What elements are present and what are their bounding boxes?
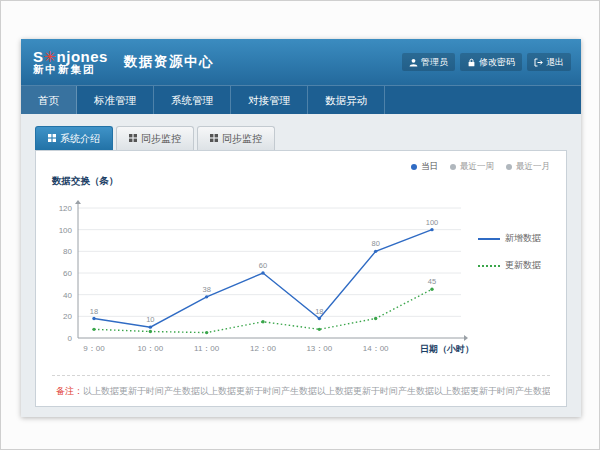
app-window: S✳njones 新中新集团 数据资源中心 管理员 修改密码 退出 bbox=[21, 39, 581, 417]
legend-dot bbox=[450, 164, 456, 170]
grid-icon bbox=[129, 133, 137, 144]
nav-item-home[interactable]: 首页 bbox=[21, 86, 77, 114]
svg-text:40: 40 bbox=[63, 291, 72, 300]
range-option-last-week[interactable]: 最近一周 bbox=[450, 161, 494, 173]
legend-item-updated-data[interactable]: 更新数据 bbox=[478, 259, 541, 272]
range-option-today[interactable]: 当日 bbox=[411, 161, 438, 173]
page-title: 数据资源中心 bbox=[124, 53, 214, 71]
svg-text:12：00: 12：00 bbox=[250, 344, 276, 353]
content-area: 系统介绍 同步监控 同步监控 当日 最近一周 最近一月 数据交换（条） bbox=[21, 114, 581, 407]
svg-text:60: 60 bbox=[259, 261, 267, 270]
svg-text:11：00: 11：00 bbox=[194, 344, 220, 353]
series-legend: 新增数据 更新数据 bbox=[478, 232, 541, 373]
main-nav: 首页 标准管理 系统管理 对接管理 数据异动 bbox=[21, 85, 581, 114]
legend-dot bbox=[506, 164, 512, 170]
logout-button[interactable]: 退出 bbox=[527, 53, 571, 71]
svg-text:9：00: 9：00 bbox=[83, 344, 105, 353]
nav-item-integration[interactable]: 对接管理 bbox=[231, 86, 308, 114]
svg-text:日期（小时）: 日期（小时） bbox=[420, 344, 474, 354]
nav-item-system[interactable]: 系统管理 bbox=[154, 86, 231, 114]
svg-text:38: 38 bbox=[202, 285, 210, 294]
range-option-last-month[interactable]: 最近一月 bbox=[506, 161, 550, 173]
change-password-button[interactable]: 修改密码 bbox=[460, 53, 522, 71]
nav-item-data-changes[interactable]: 数据异动 bbox=[308, 86, 385, 114]
chart-row: 0204060801001209：0010：0011：0012：0013：001… bbox=[36, 190, 566, 373]
svg-text:100: 100 bbox=[426, 218, 439, 227]
y-axis-title: 数据交换（条） bbox=[52, 175, 566, 188]
logo-star-icon: ✳ bbox=[44, 48, 57, 65]
tab-bar: 系统介绍 同步监控 同步监控 bbox=[35, 126, 567, 150]
tab-sync-monitor-1[interactable]: 同步监控 bbox=[116, 126, 194, 150]
user-button[interactable]: 管理员 bbox=[402, 53, 455, 71]
legend-dot bbox=[411, 164, 417, 170]
legend-item-new-data[interactable]: 新增数据 bbox=[478, 232, 541, 245]
legend-line-sample bbox=[478, 238, 500, 240]
svg-text:20: 20 bbox=[63, 312, 72, 321]
lock-icon bbox=[467, 58, 476, 67]
logout-icon bbox=[534, 58, 543, 67]
svg-text:18: 18 bbox=[315, 307, 323, 316]
brand-logo-cn: 新中新集团 bbox=[33, 64, 108, 75]
tab-system-intro[interactable]: 系统介绍 bbox=[35, 126, 113, 150]
line-chart: 0204060801001209：0010：0011：0012：0013：001… bbox=[36, 190, 478, 373]
tab-sync-monitor-2[interactable]: 同步监控 bbox=[197, 126, 275, 150]
page-frame: S✳njones 新中新集团 数据资源中心 管理员 修改密码 退出 bbox=[0, 0, 600, 450]
brand-logo-wordmark: S✳njones bbox=[33, 49, 108, 65]
user-icon bbox=[409, 58, 418, 67]
brand-logo: S✳njones 新中新集团 bbox=[33, 49, 108, 76]
legend-line-sample bbox=[478, 265, 500, 267]
svg-text:0: 0 bbox=[68, 334, 73, 343]
chart-panel: 当日 最近一周 最近一月 数据交换（条） 0204060801001209：00… bbox=[35, 150, 567, 407]
grid-icon bbox=[210, 133, 218, 144]
svg-text:60: 60 bbox=[63, 269, 72, 278]
svg-text:100: 100 bbox=[59, 226, 73, 235]
range-legend: 当日 最近一周 最近一月 bbox=[411, 161, 550, 173]
svg-text:18: 18 bbox=[90, 307, 98, 316]
svg-text:14：00: 14：00 bbox=[363, 344, 389, 353]
svg-text:13：00: 13：00 bbox=[306, 344, 332, 353]
svg-text:80: 80 bbox=[371, 239, 379, 248]
footnote-prefix: 备注： bbox=[56, 386, 83, 396]
svg-text:10: 10 bbox=[146, 315, 154, 324]
svg-text:80: 80 bbox=[63, 247, 72, 256]
svg-text:10：00: 10：00 bbox=[137, 344, 163, 353]
svg-text:45: 45 bbox=[428, 277, 436, 286]
footnote: 备注：以上数据更新于时间产生数据以上数据更新于时间产生数据以上数据更新于时间产生… bbox=[52, 375, 550, 398]
app-header: S✳njones 新中新集团 数据资源中心 管理员 修改密码 退出 bbox=[21, 39, 581, 85]
nav-item-standards[interactable]: 标准管理 bbox=[77, 86, 154, 114]
grid-icon bbox=[48, 133, 56, 144]
header-actions: 管理员 修改密码 退出 bbox=[402, 53, 571, 71]
svg-text:120: 120 bbox=[59, 204, 73, 213]
